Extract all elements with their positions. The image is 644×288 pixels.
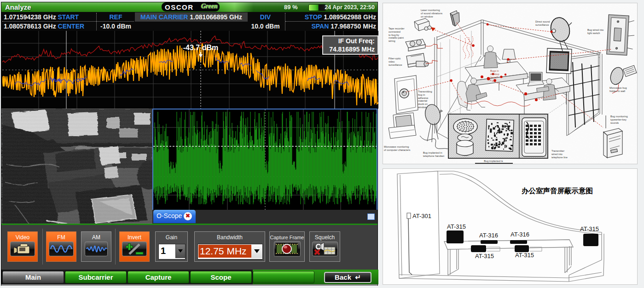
svg-text:AT-316: AT-316: [479, 232, 498, 239]
svg-text:Direct sound: Direct sound: [535, 20, 550, 23]
svg-text:bug in: bug in: [418, 93, 425, 96]
svg-text:adhesive: adhesive: [418, 97, 428, 99]
svg-text:Bug wired into: Bug wired into: [587, 29, 603, 31]
svg-text:AT-316: AT-316: [511, 231, 529, 238]
svg-text:Microwave monitoring: Microwave monitoring: [384, 145, 409, 148]
svg-text:of computer characters: of computer characters: [384, 149, 410, 151]
svg-text:to bug by: to bug by: [389, 34, 399, 36]
svg-text:AT-301: AT-301: [412, 213, 431, 219]
svg-text:AT-315: AT-315: [515, 252, 534, 259]
svg-text:telephone handset: telephone handset: [423, 155, 444, 157]
svg-text:metallic-paint: metallic-paint: [389, 36, 404, 39]
svg-text:telephone line: telephone line: [551, 156, 568, 159]
svg-text:window: window: [418, 106, 427, 109]
svg-text:sounds: sounds: [610, 121, 619, 124]
svg-text:on window: on window: [421, 15, 433, 18]
svg-text:Transmitting: Transmitting: [418, 90, 432, 93]
svg-text:AT-315: AT-315: [580, 225, 599, 232]
svg-text:Laser monitoring: Laser monitoring: [421, 9, 440, 12]
svg-text:AT-315: AT-315: [447, 223, 466, 230]
svg-text:Fiber-optic: Fiber-optic: [389, 57, 401, 60]
svg-text:-43.7 dBm: -43.7 dBm: [183, 44, 218, 52]
svg-text:connected: connected: [389, 30, 400, 33]
svg-text:wired into: wired into: [551, 153, 563, 156]
svg-text:Bug implanted in: Bug implanted in: [423, 151, 442, 154]
svg-text:video: video: [389, 60, 395, 63]
svg-text:Bug monitoring: Bug monitoring: [610, 115, 628, 118]
svg-text:AT-315: AT-315: [475, 253, 494, 259]
svg-text:办公室声音屏蔽示意图: 办公室声音屏蔽示意图: [521, 187, 593, 195]
svg-text:stuck on: stuck on: [418, 103, 428, 105]
svg-text:typewriter-key: typewriter-key: [610, 118, 627, 121]
svg-text:of sound vibrations: of sound vibrations: [421, 12, 442, 15]
svg-text:desktop: desktop: [490, 73, 499, 75]
svg-text:Transmitter: Transmitter: [551, 150, 564, 152]
svg-text:wiring: wiring: [388, 40, 395, 42]
svg-text:Microwave bug: Microwave bug: [609, 86, 627, 89]
svg-text:surveillance: surveillance: [535, 23, 549, 26]
svg-text:Tape recorder: Tape recorder: [389, 27, 405, 30]
svg-text:material: material: [418, 99, 427, 102]
svg-text:Bug implanted is: Bug implanted is: [484, 160, 503, 162]
svg-text:hidden in wall: hidden in wall: [609, 90, 625, 92]
svg-text:Bugs in: Bugs in: [490, 69, 499, 72]
svg-text:surveillance: surveillance: [389, 63, 402, 66]
svg-text:light switch: light switch: [587, 32, 600, 35]
svg-text:items?: items?: [490, 76, 498, 79]
